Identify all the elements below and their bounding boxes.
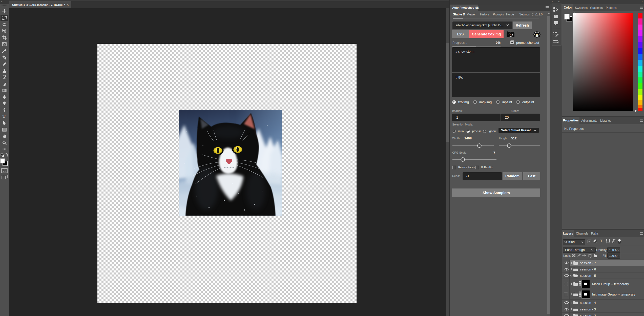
svg-text:S: S [510,33,511,36]
svg-text:R: R [536,33,538,36]
